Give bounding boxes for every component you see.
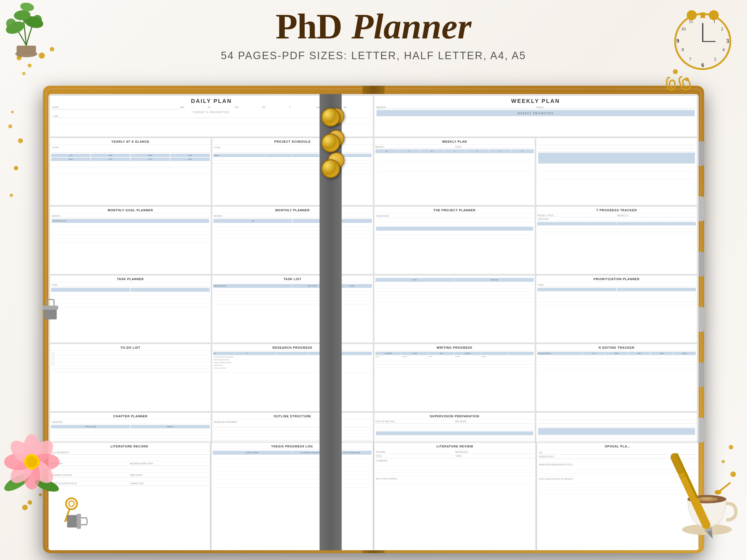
svg-point-19 xyxy=(26,456,37,468)
weekly-plan-page: WEEKLY PLAN MONTH: WEEK: WEEKLY PRIORITI… xyxy=(374,96,697,137)
binder-clip-bottom xyxy=(66,514,88,529)
binder-clip-left xyxy=(43,299,58,321)
extra-page-1 xyxy=(536,138,697,206)
svg-text:3: 3 xyxy=(726,38,729,44)
project-planner-page: THE PROJECT PLANNER START DATE: xyxy=(374,206,535,274)
literature-record-page: LITERATURE RECORD FULL REFERENCE KEYWORD… xyxy=(48,443,210,550)
rings-display xyxy=(319,105,342,178)
top-row: DAILY PLAN DATE MOTUWETHFSASU TODAY'S PR… xyxy=(50,96,697,137)
svg-point-44 xyxy=(715,490,721,495)
overlap-pages-row: LITERATURE RECORD FULL REFERENCE KEYWORD… xyxy=(48,443,699,550)
literature-review-page: LITERATURE REVIEW AUTHOR: REFERENCE: TIT… xyxy=(374,443,536,550)
title-phd: PhD xyxy=(276,8,342,44)
svg-rect-38 xyxy=(700,12,705,18)
prioritization-page: PRIORITIZATION PLANNER DATE: xyxy=(536,275,697,343)
paperclips xyxy=(664,75,697,98)
yearly-page: YEARLY AT A GLANCE YEAR: JAN FEB MAR APR… xyxy=(50,138,211,206)
thesis-progress-page: THESIS PROGRESS LOG STEP / PHASE PLANNED… xyxy=(211,443,373,550)
svg-text:2: 2 xyxy=(721,27,723,31)
svg-text:7: 7 xyxy=(689,57,691,62)
svg-point-36 xyxy=(687,10,697,20)
svg-rect-52 xyxy=(77,514,81,529)
writing-progress-page: WRITING PROGRESS CHAPTER TITLE PAS STATU… xyxy=(374,344,535,411)
svg-rect-1 xyxy=(17,46,36,55)
progress-tracker-page: T PROGRESS TRACKER PROJECT TITLE: PROJEC… xyxy=(536,206,697,274)
svg-point-53 xyxy=(65,497,79,511)
plant-decoration xyxy=(0,0,58,59)
title-area: PhD Planner 54 PAGES-PDF SIZES: LETTER, … xyxy=(221,5,526,62)
task-planner-page: TASK PLANNER DATE: xyxy=(50,275,211,343)
flower-decoration xyxy=(0,427,67,499)
editing-tracker-page: R EDITING TRACKER IES FOR EDITING 1ST ED… xyxy=(536,344,697,411)
monthly-goal-page: MONTHLY GOAL PLANNER MONTH: MONTH GOALS xyxy=(50,206,211,274)
clock-decoration: 12 3 6 9 1 2 4 5 7 8 10 11 xyxy=(670,3,736,75)
task-list-2-page: DUE DESCRI xyxy=(374,275,535,343)
weekly-plan-title: WEEKLY PLAN xyxy=(377,98,695,104)
svg-point-54 xyxy=(68,500,75,507)
research-progress-page: RESEARCH PROGRESS ON 5% LITERATURE REVIE… xyxy=(212,344,373,411)
task-list-page: TASK LIST DESCRIPTION DUE DATE DONE xyxy=(212,275,373,343)
monthly-planner-page: MONTHLY PLANNER MONTH: ON TUE xyxy=(212,206,373,274)
weekly-plan2-page: WEEKLY PLAN MONTH : WEEK : M T W T F S S xyxy=(374,138,535,206)
svg-text:10: 10 xyxy=(681,27,686,31)
svg-rect-50 xyxy=(43,305,58,310)
svg-point-6 xyxy=(6,19,16,28)
svg-text:8: 8 xyxy=(682,47,684,52)
svg-text:4: 4 xyxy=(722,47,725,52)
project-schedule-page: PROJECT SCHEDULE YEAR: TASK xyxy=(212,138,373,206)
subtitle: 54 PAGES-PDF SIZES: LETTER, HALF LETTER,… xyxy=(221,50,526,62)
svg-text:5: 5 xyxy=(714,57,716,62)
pages-area: DAILY PLAN DATE MOTUWETHFSASU TODAY'S PR… xyxy=(48,94,699,550)
svg-text:6: 6 xyxy=(701,62,704,68)
svg-text:9: 9 xyxy=(676,38,679,44)
svg-point-37 xyxy=(709,10,719,20)
title-planner: Planner xyxy=(352,5,471,47)
svg-point-7 xyxy=(33,15,42,24)
todo-page: TO-DO LIST xyxy=(50,344,211,411)
